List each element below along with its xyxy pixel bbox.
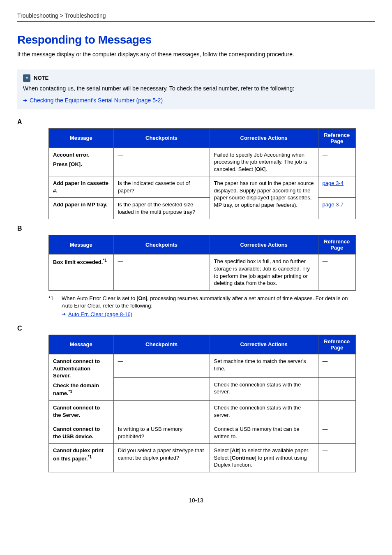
ref-text: —: [318, 377, 355, 401]
ref-text: —: [318, 148, 355, 176]
ref-text: —: [318, 354, 355, 377]
chk-text: —: [113, 401, 210, 422]
th-message: Message: [49, 235, 114, 254]
th-checkpoints: Checkpoints: [113, 128, 210, 148]
th-actions: Corrective Actions: [210, 335, 318, 354]
note-label: NOTE: [34, 75, 48, 81]
msg-text: Add paper in cassette #.: [49, 176, 114, 198]
table-row: Add paper in cassette #. Is the indicate…: [49, 176, 356, 198]
section-c-heading: C: [17, 325, 375, 332]
table-row: Account error. Press [OK]. — Failed to s…: [49, 148, 356, 176]
chk-text: —: [113, 377, 210, 401]
msg-text: Press [OK].: [53, 161, 109, 168]
table-c: Message Checkpoints Corrective Actions R…: [48, 335, 356, 472]
note-body: When contacting us, the serial number wi…: [23, 84, 369, 93]
note-link[interactable]: Checking the Equipment's Serial Number (…: [30, 97, 163, 104]
th-reference: Reference Page: [318, 335, 355, 354]
page-number: 10-13: [17, 497, 375, 504]
chk-text: Is the paper of the selected size loaded…: [113, 198, 210, 219]
chk-text: —: [113, 254, 210, 290]
table-row: Cannot connect to Authentication Server.…: [49, 354, 356, 377]
msg-text: Account error.: [53, 151, 109, 159]
ref-link[interactable]: page 3-4: [323, 180, 344, 186]
ref-text: —: [318, 444, 355, 472]
footnote-link[interactable]: Auto Err. Clear (page 8-16): [68, 311, 132, 317]
th-actions: Corrective Actions: [210, 128, 318, 148]
breadcrumb: Troubleshooting > Troubleshooting: [17, 12, 375, 22]
th-checkpoints: Checkpoints: [113, 235, 210, 254]
footnote: *1 When Auto Error Clear is set to [On],…: [48, 295, 356, 310]
chk-text: —: [113, 354, 210, 377]
msg-text: Cannot connect to the USB device.: [49, 422, 114, 444]
act-text: The specified box is full, and no furthe…: [210, 254, 318, 290]
chk-text: Did you select a paper size/type that ca…: [113, 444, 210, 472]
msg-text: Cannot connect to the Server.: [49, 401, 114, 422]
act-text: Set machine time to match the server's t…: [210, 354, 318, 377]
footnote-mark: *1: [48, 295, 58, 310]
section-a-heading: A: [17, 118, 375, 126]
table-row: Box limit exceeded.*1 — The specified bo…: [49, 254, 356, 290]
footnote-body: When Auto Error Clear is set to [On], pr…: [62, 295, 356, 310]
chk-text: —: [113, 148, 210, 176]
section-b-heading: B: [17, 225, 375, 232]
act-text: The paper has run out in the paper sourc…: [210, 176, 318, 219]
arrow-icon: ➔: [62, 311, 66, 317]
act-text: Select [Alt] to select the available pap…: [210, 444, 318, 472]
act-text: Connect a USB memory that can be written…: [210, 422, 318, 444]
note-box: ✷ NOTE When contacting us, the serial nu…: [17, 69, 375, 109]
msg-text: Check the domain name.*1: [53, 382, 109, 397]
th-reference: Reference Page: [318, 235, 355, 254]
table-a: Message Checkpoints Corrective Actions R…: [48, 128, 356, 220]
table-row: Cannot duplex print on this paper.*1 Did…: [49, 444, 356, 472]
th-reference: Reference Page: [318, 128, 355, 148]
msg-text: Cannot connect to Authentication Server.: [53, 358, 109, 379]
arrow-icon: ➔: [23, 97, 27, 103]
act-text: Check the connection status with the ser…: [210, 401, 318, 422]
table-row: Cannot connect to the Server. — Check th…: [49, 401, 356, 422]
chk-text: Is writing to a USB memory prohibited?: [113, 422, 210, 444]
intro-text: If the message display or the computer d…: [17, 51, 375, 59]
th-checkpoints: Checkpoints: [113, 335, 210, 354]
chk-text: Is the indicated cassette out of paper?: [113, 176, 210, 198]
act-text: Failed to specify Job Accounting when pr…: [210, 148, 318, 176]
page-title: Responding to Messages: [17, 33, 375, 46]
note-icon: ✷: [23, 74, 30, 82]
th-message: Message: [49, 128, 114, 148]
ref-text: —: [318, 401, 355, 422]
ref-link[interactable]: page 3-7: [323, 201, 344, 208]
ref-text: —: [318, 254, 355, 290]
ref-text: —: [318, 422, 355, 444]
msg-text: Add paper in MP tray.: [49, 198, 114, 219]
table-b: Message Checkpoints Corrective Actions R…: [48, 235, 356, 290]
act-text: Check the connection status with the ser…: [210, 377, 318, 401]
msg-text: Cannot duplex print on this paper.*1: [49, 444, 114, 472]
msg-text: Box limit exceeded.*1: [49, 254, 114, 290]
table-row: Cannot connect to the USB device. Is wri…: [49, 422, 356, 444]
th-actions: Corrective Actions: [210, 235, 318, 254]
th-message: Message: [49, 335, 114, 354]
